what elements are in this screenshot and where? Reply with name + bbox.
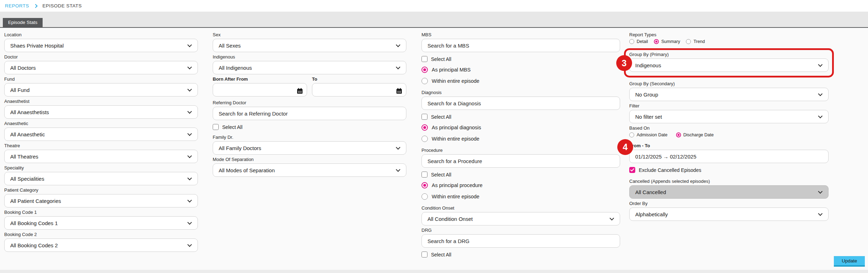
doctor-select[interactable]: All Doctors	[4, 61, 198, 74]
filter-value: No filter set	[635, 114, 662, 120]
based-on-admission-radio[interactable]: Admission Date	[629, 132, 668, 137]
diagnosis-select-all-checkbox[interactable]: Select All	[421, 114, 620, 120]
chevron-down-icon	[396, 145, 400, 150]
born-after-from-input[interactable]	[213, 83, 307, 97]
tab-episode-stats[interactable]: Episode Stats	[3, 18, 43, 27]
checkbox-unchecked-icon	[421, 252, 427, 258]
diagnosis-search-input[interactable]	[421, 97, 620, 110]
chevron-down-icon	[187, 109, 192, 114]
indigenous-select[interactable]: All Indigenous	[213, 61, 406, 74]
mbs-search-input[interactable]	[421, 39, 620, 52]
drg-search-input[interactable]	[421, 234, 620, 248]
mbs-as-principal-radio[interactable]: As principal MBS	[421, 67, 620, 73]
from-to-date-range-input[interactable]	[629, 150, 829, 163]
calendar-icon[interactable]	[396, 88, 402, 94]
condition-onset-value: All Condition Onset	[427, 216, 473, 222]
select-all-label: Select All	[431, 252, 451, 258]
booking-code-1-select[interactable]: All Booking Codes 1	[4, 216, 198, 230]
born-after-from-label: Born After From	[213, 76, 307, 82]
condition-onset-select[interactable]: All Condition Onset	[421, 212, 620, 225]
theatre-label: Theatre	[4, 143, 198, 148]
born-after-to-input[interactable]	[312, 83, 406, 97]
checkbox-unchecked-icon	[421, 172, 427, 178]
drg-select-all-checkbox[interactable]: Select All	[421, 252, 620, 258]
fund-select[interactable]: All Fund	[4, 83, 198, 97]
group-by-secondary-value: No Group	[635, 92, 658, 98]
theatre-value: All Theatres	[10, 154, 38, 160]
booking-code-2-value: All Booking Codes 2	[10, 242, 58, 248]
group-by-secondary-select[interactable]: No Group	[629, 88, 829, 101]
family-dr-select[interactable]: All Family Doctors	[213, 141, 406, 155]
location-value: Shaes Private Hospital	[10, 43, 64, 49]
speciality-value: All Specialities	[10, 176, 44, 182]
mbs-within-episode-radio[interactable]: Within entire episode	[421, 78, 620, 84]
select-all-label: Select All	[222, 124, 243, 130]
booking-code-2-select[interactable]: All Booking Codes 2	[4, 238, 198, 252]
report-type-summary-radio[interactable]: Summary	[654, 39, 680, 44]
indigenous-value: All Indigenous	[219, 65, 252, 71]
chevron-down-icon	[187, 65, 192, 69]
filter-select[interactable]: No filter set	[629, 110, 829, 123]
radio-selected-icon	[421, 182, 428, 188]
order-by-select[interactable]: Alphabetically	[629, 207, 829, 221]
chevron-down-icon	[187, 176, 192, 180]
radio-unselected-icon	[421, 193, 428, 200]
location-label: Location	[4, 32, 198, 37]
radio-label: Detail	[637, 39, 648, 44]
mbs-select-all-checkbox[interactable]: Select All	[421, 56, 620, 62]
sex-select[interactable]: All Sexes	[213, 39, 406, 52]
chevron-down-icon	[187, 220, 192, 225]
procedure-select-all-checkbox[interactable]: Select All	[421, 172, 620, 178]
based-on-discharge-radio[interactable]: Discharge Date	[676, 132, 714, 137]
chevron-down-icon	[396, 65, 400, 69]
referring-doctor-search-input[interactable]	[213, 107, 406, 120]
calendar-icon[interactable]	[296, 88, 303, 94]
group-by-primary-label: Group By (Primary)	[629, 52, 829, 57]
chevron-down-icon	[818, 189, 823, 194]
chevron-down-icon	[818, 92, 823, 96]
checkbox-unchecked-icon	[213, 124, 219, 130]
radio-label: Discharge Date	[683, 132, 714, 137]
booking-code-1-value: All Booking Codes 1	[10, 220, 58, 226]
exclude-cancelled-checkbox[interactable]: Exclude Cancelled Episodes	[629, 167, 829, 173]
report-type-trend-radio[interactable]: Trend	[686, 39, 705, 44]
procedure-label: Procedure	[421, 148, 620, 153]
radio-selected-icon	[676, 132, 681, 137]
group-by-primary-select[interactable]: Indigenous	[629, 58, 829, 72]
chevron-down-icon	[610, 216, 614, 221]
anaesthetist-select[interactable]: All Anaesthetists	[4, 105, 198, 119]
anaesthetic-select[interactable]: All Anaesthetic	[4, 128, 198, 141]
radio-label: As principal MBS	[432, 67, 470, 73]
update-button[interactable]: Update	[834, 256, 865, 267]
referring-doctor-select-all-checkbox[interactable]: Select All	[213, 124, 406, 130]
procedure-as-principal-radio[interactable]: As principal procedure	[421, 182, 620, 188]
radio-selected-icon	[421, 124, 428, 131]
radio-unselected-icon	[421, 136, 428, 142]
location-select[interactable]: Shaes Private Hospital	[4, 39, 198, 52]
anaesthetic-value: All Anaesthetic	[10, 131, 45, 137]
based-on-label: Based On	[629, 125, 829, 131]
chevron-down-icon	[818, 114, 823, 118]
radio-label: As principal diagnosis	[432, 125, 481, 130]
referring-doctor-label: Referring Doctor	[213, 100, 406, 105]
from-to-group: 4 From - To	[629, 143, 829, 163]
radio-label: Summary	[661, 39, 680, 44]
chevron-down-icon	[187, 131, 192, 136]
procedure-within-episode-radio[interactable]: Within entire episode	[421, 193, 620, 200]
procedure-search-input[interactable]	[421, 154, 620, 168]
select-all-label: Select All	[431, 56, 451, 62]
diagnosis-within-episode-radio[interactable]: Within entire episode	[421, 136, 620, 142]
filter-label: Filter	[629, 103, 829, 108]
chevron-down-icon	[818, 62, 823, 67]
patient-category-select[interactable]: All Patient Categories	[4, 194, 198, 207]
breadcrumb-reports-link[interactable]: REPORTS	[5, 3, 29, 8]
speciality-select[interactable]: All Specialities	[4, 172, 198, 185]
annotation-highlight-box: 3 Group By (Primary) Indigenous	[624, 48, 834, 77]
mode-of-separation-select[interactable]: All Modes of Separation	[213, 163, 406, 177]
episode-stats-panel: Location Shaes Private Hospital Doctor A…	[0, 28, 868, 270]
radio-selected-icon	[421, 67, 428, 73]
report-type-detail-radio[interactable]: Detail	[629, 39, 648, 44]
theatre-select[interactable]: All Theatres	[4, 150, 198, 163]
anaesthetist-value: All Anaesthetists	[10, 109, 49, 115]
diagnosis-as-principal-radio[interactable]: As principal diagnosis	[421, 124, 620, 131]
